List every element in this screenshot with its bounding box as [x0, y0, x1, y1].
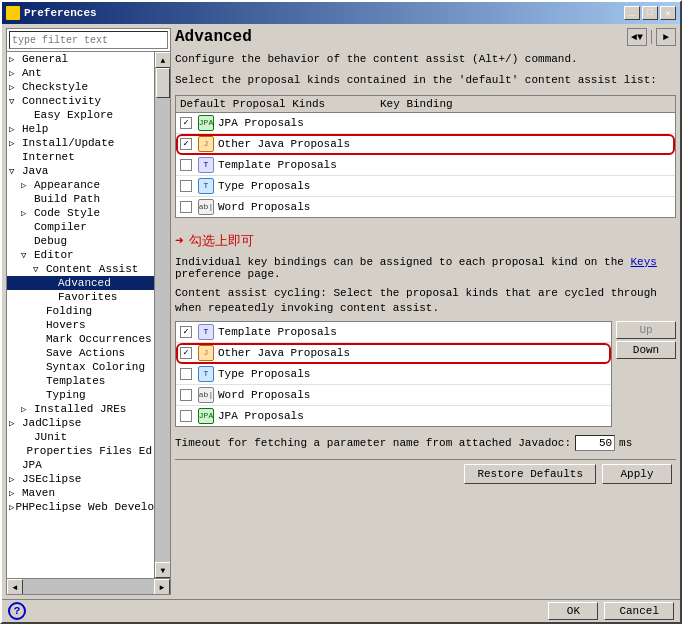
tree-item-install-update[interactable]: ▷Install/Update: [7, 136, 154, 150]
timeout-row: Timeout for fetching a parameter name fr…: [175, 435, 676, 451]
tree-item-label: JSEclipse: [22, 473, 81, 485]
apply-button[interactable]: Apply: [602, 464, 672, 484]
tree-item-jpa[interactable]: JPA: [7, 458, 154, 472]
tree-item-java[interactable]: ▽Java: [7, 164, 154, 178]
tree-item-junit[interactable]: JUnit: [7, 430, 154, 444]
maximize-button[interactable]: □: [642, 6, 658, 20]
tree-item-syntax-coloring[interactable]: Syntax Coloring: [7, 360, 154, 374]
tree-item-label: Code Style: [34, 207, 100, 219]
timeout-input[interactable]: [575, 435, 615, 451]
tree-item-ant[interactable]: ▷Ant: [7, 66, 154, 80]
restore-defaults-button[interactable]: Restore Defaults: [464, 464, 596, 484]
scroll-left-arrow[interactable]: ◄: [7, 579, 23, 595]
tree-item-easy-explore[interactable]: Easy Explore: [7, 108, 154, 122]
tree-item-label: Compiler: [34, 221, 87, 233]
up-button[interactable]: Up: [616, 321, 676, 339]
tree-item-label: Installed JREs: [34, 403, 126, 415]
tree-item-jadclipse[interactable]: ▷JadClipse: [7, 416, 154, 430]
desc2: Select the proposal kinds contained in t…: [175, 73, 676, 88]
nav-forward-button[interactable]: ►: [656, 28, 676, 46]
checkbox-cell: [180, 180, 198, 192]
tree-item-label: Help: [22, 123, 48, 135]
tree-item-phpeclipse[interactable]: ▷PHPeclipse Web Develo: [7, 500, 154, 514]
tree-item-build-path[interactable]: Build Path: [7, 192, 154, 206]
tree-item-label: Connectivity: [22, 95, 101, 107]
preferences-window: Preferences _ □ ✕ ▷General▷Ant▷Checkstyl…: [0, 0, 682, 624]
tree-item-debug[interactable]: Debug: [7, 234, 154, 248]
tree-item-internet[interactable]: Internet: [7, 150, 154, 164]
h-scroll-track[interactable]: [23, 579, 154, 594]
title-bar: Preferences _ □ ✕: [2, 2, 680, 24]
tree-item-code-style[interactable]: ▷Code Style: [7, 206, 154, 220]
tree-item-content-assist[interactable]: ▽Content Assist: [7, 262, 154, 276]
close-button[interactable]: ✕: [660, 6, 676, 20]
tree-panel: ▷General▷Ant▷Checkstyle▽Connectivity Eas…: [6, 28, 171, 595]
tree-item-save-actions[interactable]: Save Actions: [7, 346, 154, 360]
checkbox-c-jpa[interactable]: [180, 410, 192, 422]
table-header: Default Proposal Kinds Key Binding: [176, 96, 675, 113]
tree-item-label: Debug: [34, 235, 67, 247]
timeout-label: Timeout for fetching a parameter name fr…: [175, 437, 571, 449]
checkbox-type-proposals[interactable]: [180, 180, 192, 192]
tree-item-templates[interactable]: Templates: [7, 374, 154, 388]
tree-item-jseclipse[interactable]: ▷JSEclipse: [7, 472, 154, 486]
cancel-button[interactable]: Cancel: [604, 602, 674, 620]
expand-icon: ▷: [21, 180, 33, 191]
window-icon: [6, 6, 20, 20]
page-header: Advanced ◄▼ ►: [175, 28, 676, 46]
checkbox-c-word[interactable]: [180, 389, 192, 401]
tree-item-label: Java: [22, 165, 48, 177]
arrow-icon: ➜: [175, 232, 183, 249]
minimize-button[interactable]: _: [624, 6, 640, 20]
help-button[interactable]: ?: [8, 602, 26, 620]
tree-item-editor[interactable]: ▽Editor: [7, 248, 154, 262]
keys-link[interactable]: Keys: [630, 256, 656, 268]
tree-item-label: Hovers: [46, 319, 86, 331]
tree-item-label: Maven: [22, 487, 55, 499]
tree-item-label: Typing: [46, 389, 86, 401]
vertical-scrollbar[interactable]: ▲ ▼: [154, 52, 170, 578]
tree-item-label: Easy Explore: [34, 109, 113, 121]
expand-icon: ▷: [9, 124, 21, 135]
down-button[interactable]: Down: [616, 341, 676, 359]
filter-input[interactable]: [9, 31, 168, 49]
tree-item-hovers[interactable]: Hovers: [7, 318, 154, 332]
scroll-down-arrow[interactable]: ▼: [155, 562, 170, 578]
checkbox-c-type[interactable]: [180, 368, 192, 380]
nav-back-button[interactable]: ◄▼: [627, 28, 647, 46]
tree-item-typing[interactable]: Typing: [7, 388, 154, 402]
tree-item-label: Syntax Coloring: [46, 361, 145, 373]
tree-item-help[interactable]: ▷Help: [7, 122, 154, 136]
tree-item-advanced[interactable]: Advanced: [7, 276, 154, 290]
scroll-track[interactable]: [155, 68, 170, 562]
checkbox-c-other-java[interactable]: [180, 347, 192, 359]
ok-button[interactable]: OK: [548, 602, 598, 620]
tree-item-label: Properties Files Ed: [27, 445, 152, 457]
tree-item-checkstyle[interactable]: ▷Checkstyle: [7, 80, 154, 94]
checkbox-cell: [180, 138, 198, 150]
proposal-row-jpa-proposals: JPA JPA Proposals: [176, 113, 675, 134]
tree-item-properties-files[interactable]: Properties Files Ed: [7, 444, 154, 458]
col2-header: Key Binding: [380, 98, 671, 110]
checkbox-other-java[interactable]: [180, 138, 192, 150]
tree-item-general[interactable]: ▷General: [7, 52, 154, 66]
tree-item-favorites[interactable]: Favorites: [7, 290, 154, 304]
tree-item-maven[interactable]: ▷Maven: [7, 486, 154, 500]
checkbox-cell: [180, 368, 198, 380]
checkbox-jpa-proposals[interactable]: [180, 117, 192, 129]
tree-item-connectivity[interactable]: ▽Connectivity: [7, 94, 154, 108]
tree-item-installed-jres[interactable]: ▷Installed JREs: [7, 402, 154, 416]
tree-item-compiler[interactable]: Compiler: [7, 220, 154, 234]
footer-right: OK Cancel: [548, 602, 674, 620]
checkbox-template-proposals[interactable]: [180, 159, 192, 171]
expand-icon: ▷: [21, 208, 33, 219]
scroll-right-arrow[interactable]: ►: [154, 579, 170, 595]
checkbox-word-proposals[interactable]: [180, 201, 192, 213]
tree-item-folding[interactable]: Folding: [7, 304, 154, 318]
checkbox-c-template[interactable]: [180, 326, 192, 338]
scroll-thumb[interactable]: [156, 68, 170, 98]
tree-item-mark-occurrences[interactable]: Mark Occurrences: [7, 332, 154, 346]
tree-item-appearance[interactable]: ▷Appearance: [7, 178, 154, 192]
scroll-up-arrow[interactable]: ▲: [155, 52, 170, 68]
cycling-buttons: Up Down: [616, 321, 676, 427]
